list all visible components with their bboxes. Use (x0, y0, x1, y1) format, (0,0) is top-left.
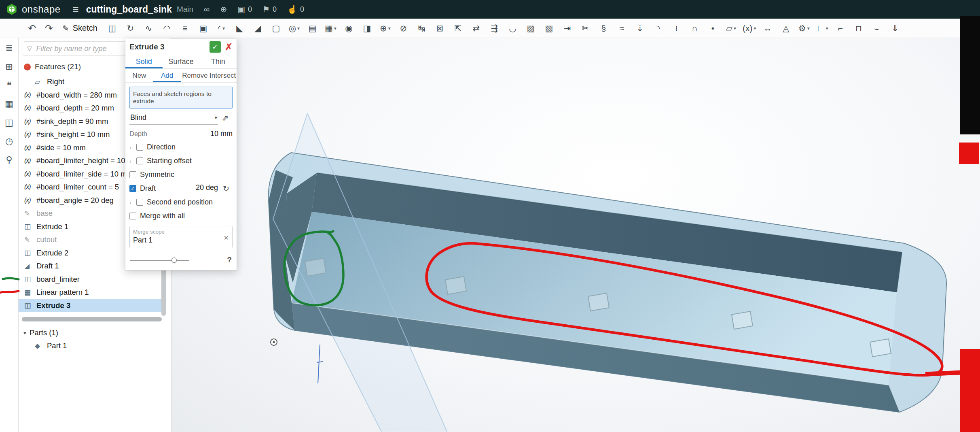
plane-icon[interactable]: ▱▾ (724, 21, 738, 36)
redo-button[interactable]: ↷ (40, 23, 57, 34)
slider-knob[interactable] (171, 257, 177, 263)
feature-list-icon[interactable]: ≣ (5, 43, 13, 53)
graphics-viewport[interactable] (172, 38, 980, 432)
dropdown-caret-icon[interactable]: ▾ (334, 26, 337, 31)
link-icon[interactable]: ∞ (204, 5, 210, 14)
checkbox-second-end-position[interactable] (136, 199, 143, 206)
linear-pattern-icon[interactable]: ▦▾ (324, 21, 337, 36)
trim-icon[interactable]: ✂ (579, 21, 592, 36)
export-count-group[interactable]: ▣0 (237, 4, 252, 14)
spline-icon[interactable]: ≈ (615, 21, 629, 36)
collaborators-icon[interactable]: ⊕ (220, 4, 227, 14)
followers-count[interactable]: ⚑ (262, 4, 270, 14)
expander-chevron-icon[interactable]: › (129, 144, 136, 151)
undo-button[interactable]: ↶ (23, 23, 40, 34)
flip-direction-button[interactable]: ⇗ (218, 113, 233, 123)
display-states-icon[interactable]: ◫ (5, 117, 13, 128)
rollback-bar[interactable] (22, 317, 162, 321)
dropdown-caret-icon[interactable]: ▾ (734, 26, 736, 31)
option-row-direction[interactable]: ›Direction (125, 140, 237, 154)
flange-icon[interactable]: ⌐ (834, 21, 847, 36)
shell-icon[interactable]: ▢ (269, 21, 283, 36)
mass-properties-icon[interactable]: ◬ (779, 21, 792, 36)
rib-icon[interactable]: ▤ (306, 21, 319, 36)
option-value-field[interactable]: 20 deg (194, 183, 220, 193)
remove-merge-scope-button[interactable]: × (224, 233, 229, 242)
bend-icon[interactable]: ⌣ (870, 21, 883, 36)
boolean-icon[interactable]: ⊕▾ (379, 21, 392, 36)
split-icon[interactable]: ⊘ (397, 21, 410, 36)
bridging-curve-icon[interactable]: ◝ (652, 21, 665, 36)
transform-icon[interactable]: ↹ (415, 21, 428, 36)
option-row-merge-with-all[interactable]: Merge with all (125, 209, 237, 223)
tab-remove[interactable]: Remove (181, 69, 209, 82)
merge-scope-value[interactable]: Part 1 (133, 236, 229, 245)
tab-solid[interactable]: Solid (125, 55, 163, 68)
custom-tables-icon[interactable]: ▦ (5, 99, 13, 109)
feature-item-extrude-3[interactable]: ◫Extrude 3 (19, 299, 165, 313)
circular-pattern-icon[interactable]: ◉ (342, 21, 356, 36)
composite-curve-icon[interactable]: ≀ (670, 21, 683, 36)
search-icon[interactable]: ⚲ (6, 155, 12, 165)
parts-header[interactable]: ▾ Parts (1) (19, 326, 165, 339)
export-count[interactable]: ▣ (237, 4, 245, 14)
comments-icon[interactable]: ❝ (7, 80, 12, 91)
slider-track[interactable] (130, 260, 189, 261)
link-icon-group[interactable]: ∞ (204, 5, 210, 14)
dropdown-caret-icon[interactable]: ▾ (807, 26, 810, 31)
expander-chevron-icon[interactable]: › (129, 157, 136, 164)
custom-feature-icon[interactable]: ⚙▾ (797, 21, 811, 36)
offset-surface-icon[interactable]: ⇶ (488, 21, 501, 36)
likes-count-group[interactable]: ☝0 (287, 4, 304, 14)
branch-name[interactable]: Main (177, 5, 193, 14)
draft-icon[interactable]: ◢ (251, 21, 265, 36)
tab-surface[interactable]: Surface (163, 55, 200, 68)
tab-new[interactable]: New (125, 69, 153, 82)
end-condition-select[interactable]: Blind ▾ (129, 111, 218, 125)
origin-marker[interactable] (271, 339, 277, 345)
extrude-icon[interactable]: ◫ (106, 21, 119, 36)
delete-part-icon[interactable]: ⊠ (433, 21, 447, 36)
feature-item-board-limiter[interactable]: ◫board_limiter (19, 273, 165, 286)
dropdown-caret-icon[interactable]: ▾ (388, 26, 391, 31)
dropdown-caret-icon[interactable]: ▾ (222, 26, 225, 31)
tab-thin[interactable]: Thin (199, 55, 237, 68)
feature-item-linear-pattern-1[interactable]: ▦Linear pattern 1 (19, 286, 165, 299)
document-title[interactable]: cutting_board_sink (86, 4, 172, 15)
checkbox-direction[interactable] (136, 144, 143, 151)
checkbox-starting-offset[interactable] (136, 157, 143, 164)
document-menu-icon[interactable]: ≡ (73, 3, 79, 16)
sketch-line[interactable] (317, 345, 323, 383)
variable-icon[interactable]: (x)▾ (743, 21, 756, 36)
depth-value-field[interactable]: 10 mm (171, 130, 233, 139)
ruled-surface-icon[interactable]: ▧ (542, 21, 556, 36)
fillet-icon[interactable]: ◜▾ (215, 21, 228, 36)
replace-face-icon[interactable]: ⇄ (470, 21, 483, 36)
revolve-icon[interactable]: ↻ (124, 21, 137, 36)
fill-surface-icon[interactable]: ▨ (524, 21, 538, 36)
sheet-metal-icon[interactable]: ∟▾ (815, 21, 829, 36)
sketch-button[interactable]: ✎ Sketch (62, 23, 97, 33)
tab-icon[interactable]: ⊓ (852, 21, 865, 36)
configurations-icon[interactable]: ⊞ (5, 62, 13, 72)
move-face-icon[interactable]: ⇱ (451, 21, 465, 36)
cancel-button[interactable]: ✗ (225, 42, 233, 53)
sweep-icon[interactable]: ∿ (142, 21, 155, 36)
dropdown-caret-icon[interactable]: ▾ (297, 26, 300, 31)
expander-chevron-icon[interactable]: › (129, 199, 136, 206)
part-item-part-1[interactable]: ◆ Part 1 (19, 339, 165, 352)
collaborators-icon-group[interactable]: ⊕ (220, 4, 227, 14)
loft-icon[interactable]: ◠ (160, 21, 174, 36)
mirror-icon[interactable]: ◨ (360, 21, 374, 36)
checkbox-draft[interactable]: ✓ (129, 185, 136, 192)
tab-intersect[interactable]: Intersect (209, 69, 237, 82)
selection-prompt-field[interactable]: Faces and sketch regions to extrude (129, 87, 233, 109)
checkbox-merge-with-all[interactable] (129, 213, 136, 219)
option-row-symmetric[interactable]: Symmetric (125, 168, 237, 181)
history-icon[interactable]: ◷ (5, 136, 13, 147)
enclose-icon[interactable]: ▣ (197, 21, 210, 36)
option-row-draft[interactable]: ✓Draft20 deg↻ (125, 181, 237, 195)
followers-count-group[interactable]: ⚑0 (262, 4, 277, 14)
move-boundary-icon[interactable]: ⇥ (561, 21, 574, 36)
option-row-starting-offset[interactable]: ›Starting offset (125, 154, 237, 168)
